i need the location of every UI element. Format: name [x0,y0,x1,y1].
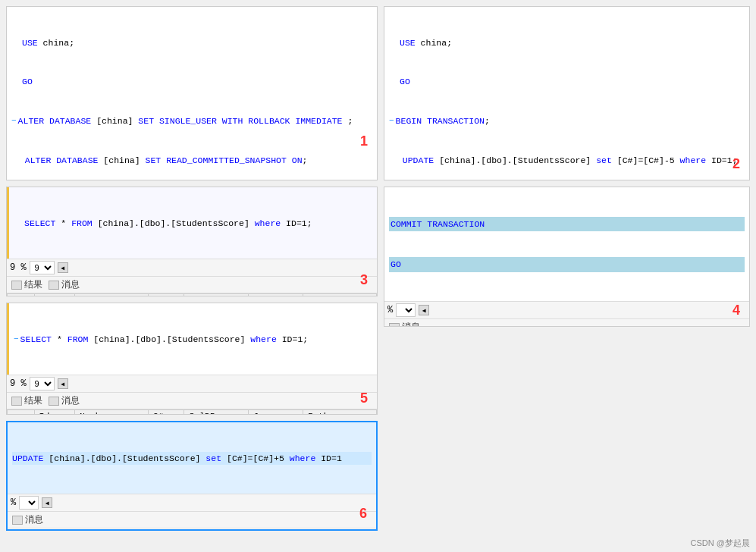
code-line: SELECT * FROM [china].[dbo].[StudentsSco… [14,217,372,230]
messages-icon-5 [49,397,59,406]
code-line: −ALTER DATABASE [china] SET SINGLE_USER … [11,114,372,127]
code-area-3: SELECT * FROM [china].[dbo].[StudentsSco… [7,187,377,259]
messages-icon-6 [12,516,23,525]
tab-messages-label-4: 消息 [402,321,420,327]
toolbar-6: % ◀ [8,494,376,512]
col-header-number: Number [74,410,148,415]
col-header-csharp: C# [148,294,184,296]
col-header-java: Java [248,294,303,296]
code-line: UPDATE [china].[dbo].[StudentsScore] set… [389,154,745,167]
message-area-6: (1 行受影响) 完成时间: 2024-01-04T10:57:54.32400… [8,528,376,531]
panel-number-2: 2 [732,156,740,172]
toolbar-3: 9 % 9 ◀ [7,259,377,277]
percent-label-4: % [387,305,393,315]
tab-messages-label-6: 消息 [25,513,43,526]
toolbar-4: % ◀ [384,301,749,319]
col-header-python: Python [303,410,377,415]
panel-number-4: 4 [732,303,740,318]
tabs-5: 结果 消息 [7,393,377,409]
scroll-left-4[interactable]: ◀ [419,305,429,315]
scroll-left-3[interactable]: ◀ [58,262,68,273]
col-header-sqldb: SqlDB [184,410,249,415]
toolbar-5: 9 % 9 ◀ [7,375,377,393]
tabs-3: 结果 消息 [7,277,377,293]
percent-select-4[interactable] [396,303,416,317]
watermark: CSDN @梦起晨 [691,538,750,549]
panel-number-3: 3 [360,272,368,288]
panel-number-6: 6 [359,506,367,522]
panel-number-5: 5 [360,390,368,406]
panel-number-1: 1 [360,133,368,149]
col-header-id: Id [34,410,74,415]
tab-messages-5[interactable]: 消息 [49,394,80,407]
percent-select-3[interactable]: 9 [30,261,55,274]
scroll-left-5[interactable]: ◀ [58,378,68,389]
tab-messages-3[interactable]: 消息 [49,278,80,291]
tab-results-5[interactable]: 结果 [11,394,42,407]
col-header-id: Id [34,294,74,296]
tab-messages-6[interactable]: 消息 [12,513,43,526]
messages-icon-4 [389,323,400,328]
tabs-6: 消息 [8,512,376,528]
panel-4: COMMIT TRANSACTION GO % ◀ 消息 命令已成功完成。 完成… [384,187,750,327]
results-icon-3 [11,281,22,290]
code-area-5: −SELECT * FROM [china].[dbo].[StudentsSc… [7,303,377,375]
code-line: GO [389,257,745,271]
panel-5: −SELECT * FROM [china].[dbo].[StudentsSc… [6,303,378,415]
code-area-4: COMMIT TRANSACTION GO [384,187,749,301]
col-header-java: Java [248,410,303,415]
col-header-csharp: C# [148,410,184,415]
code-area-6: UPDATE [china].[dbo].[StudentsScore] set… [8,422,376,494]
tab-results-3[interactable]: 结果 [11,278,42,291]
code-line: −SELECT * FROM [china].[dbo].[StudentsSc… [14,333,372,346]
results-table-5: Id Number C# SqlDB Java Python 1 1 10000… [7,409,377,415]
percent-label-3: 9 % [10,262,27,273]
code-line: UPDATE [china].[dbo].[StudentsScore] set… [12,452,372,465]
scroll-left-6[interactable]: ◀ [42,497,52,508]
percent-label-5: 9 % [10,378,27,389]
percent-select-5[interactable]: 9 [30,377,55,390]
results-table-3: Id Number C# SqlDB Java Python 1 1 10000… [7,293,377,296]
panel-3: SELECT * FROM [china].[dbo].[StudentsSco… [6,187,378,296]
tab-results-label-3: 结果 [24,278,42,291]
percent-label-6: % [11,497,16,508]
panel-1: USE china; GO −ALTER DATABASE [china] SE… [6,6,378,180]
tab-messages-label-3: 消息 [61,278,80,291]
col-header [8,294,35,296]
code-line: GO [389,75,745,88]
col-header [8,410,35,415]
code-line: USE china; [11,36,372,49]
code-line: ALTER DATABASE [china] SET READ_COMMITTE… [11,154,372,167]
tabs-4: 消息 [384,319,749,327]
code-area-1: USE china; GO −ALTER DATABASE [china] SE… [7,7,377,180]
col-header-sqldb: SqlDB [184,294,249,296]
code-line: −BEGIN TRANSACTION; [389,114,745,127]
percent-select-6[interactable] [19,496,39,510]
messages-icon-3 [49,281,59,290]
code-area-2: USE china; GO −BEGIN TRANSACTION; UPDATE… [384,7,749,180]
results-icon-5 [11,397,22,406]
tab-messages-label-5: 消息 [61,394,80,407]
panel-6: UPDATE [china].[dbo].[StudentsScore] set… [6,421,378,531]
col-header-number: Number [74,294,148,296]
code-line: COMMIT TRANSACTION [389,217,745,231]
code-line: USE china; [389,36,745,49]
tab-messages-4[interactable]: 消息 [389,321,420,327]
code-line: GO [11,75,372,88]
col-header-python: Python [303,294,377,296]
panel-2: USE china; GO −BEGIN TRANSACTION; UPDATE… [384,6,750,180]
tab-results-label-5: 结果 [24,394,42,407]
